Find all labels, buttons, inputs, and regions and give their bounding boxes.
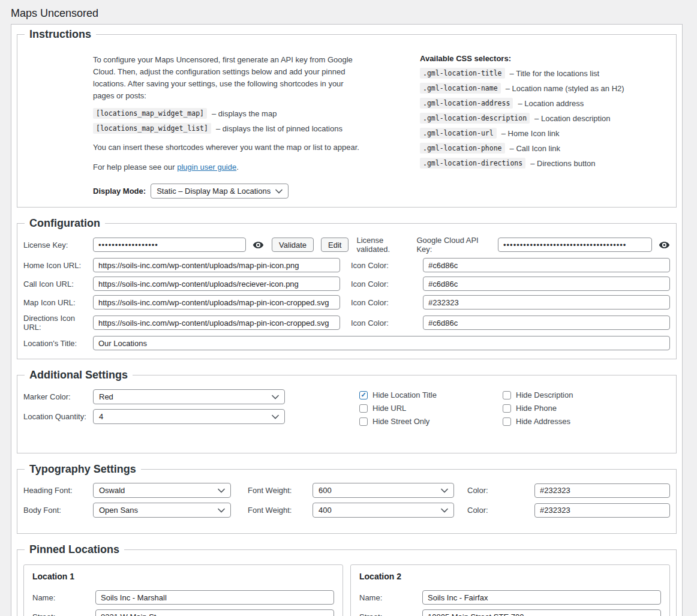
chevron-down-icon [218,488,225,493]
hide-phone-checkbox[interactable]: Hide Phone [503,404,573,413]
home-icon-url-label: Home Icon URL: [23,261,93,270]
help-prefix: For help please see our [93,163,177,172]
icon-color-label: Icon Color: [351,298,423,307]
checkbox-label: Hide Location Title [372,390,437,399]
validate-button[interactable]: Validate [272,238,314,252]
location-2-street-input[interactable] [422,609,661,616]
call-icon-url-label: Call Icon URL: [23,280,93,289]
street-label: Street: [359,612,422,616]
name-label: Name: [32,593,95,602]
eye-icon[interactable] [253,241,264,249]
shortcode-list-code: [locations_map_widget_list] [93,123,211,134]
hide-description-checkbox[interactable]: Hide Description [503,390,573,399]
body-font-weight-value: 400 [319,506,332,515]
map-icon-color-input[interactable] [423,295,670,309]
heading-color-label: Color: [467,486,534,495]
location-1-street-input[interactable] [95,609,334,616]
checkbox-label: Hide Description [516,390,573,399]
css-selector-code: .gml-location-description [420,113,530,124]
additional-settings-section: Additional Settings Marker Color: Red Lo… [17,368,677,453]
display-mode-select[interactable]: Static – Display Map & Locations [151,184,289,199]
heading-font-weight-value: 600 [319,486,332,495]
license-status: License validated. [356,236,416,254]
css-selector-code: .gml-location-name [420,83,501,94]
css-selector-desc: – Location description [534,114,610,123]
call-icon-color-input[interactable] [423,277,670,291]
icon-color-label: Icon Color: [351,318,423,327]
api-key-input[interactable] [498,238,652,252]
checkbox-box[interactable] [359,391,368,399]
call-icon-url-input[interactable] [93,277,340,291]
eye-icon[interactable] [659,241,670,249]
body-font-select[interactable]: Open Sans [93,503,231,518]
checkbox-box[interactable] [359,404,368,413]
font-weight-label: Font Weight: [248,486,313,495]
css-selector-line: .gml-location-description– Location desc… [420,113,670,124]
display-mode-label: Display Mode: [93,187,146,196]
edit-button[interactable]: Edit [321,238,348,252]
shortcode-insert-note: You can insert these shortcodes wherever… [93,142,364,153]
location-1-card: Location 1 Name: Street: City: State: Zi… [23,564,343,616]
directions-icon-url-input[interactable] [93,315,340,330]
chevron-down-icon [218,508,225,513]
css-selector-code: .gml-location-title [420,68,505,79]
body-color-input[interactable] [534,503,670,518]
body-font-weight-select[interactable]: 400 [313,503,454,518]
css-selector-desc: – Title for the locations list [510,69,600,78]
help-suffix: . [236,163,239,172]
locations-title-input[interactable] [93,336,670,350]
checkbox-box[interactable] [359,417,368,426]
license-key-label: License Key: [23,241,93,250]
body-color-label: Color: [467,506,534,515]
font-weight-label: Font Weight: [248,506,313,515]
heading-font-weight-select[interactable]: 600 [313,483,454,498]
heading-font-value: Oswald [99,486,125,495]
street-label: Street: [32,612,95,616]
display-mode-value: Static – Display Map & Locations [157,187,271,196]
additional-settings-legend: Additional Settings [25,368,133,381]
checkbox-box[interactable] [503,404,511,413]
body-font-value: Open Sans [99,506,138,515]
instructions-section: Instructions To configure your Maps Unce… [17,28,677,208]
hide-url-checkbox[interactable]: Hide URL [359,404,503,413]
css-selector-line: .gml-location-phone– Call Icon link [420,143,670,154]
location-quantity-select[interactable]: 4 [93,409,285,424]
directions-icon-url-label: Directions Icon URL: [23,314,93,332]
map-icon-url-input[interactable] [93,295,340,309]
hide-addresses-checkbox[interactable]: Hide Addresses [503,417,573,426]
icon-color-label: Icon Color: [351,261,423,270]
directions-icon-color-input[interactable] [423,315,670,330]
help-line: For help please see our plugin user guid… [93,162,364,173]
location-1-name-input[interactable] [95,590,334,605]
license-key-input[interactable] [93,238,246,252]
checkbox-box[interactable] [503,417,511,426]
hide-street-only-checkbox[interactable]: Hide Street Only [359,417,503,426]
locations-title-label: Location's Title: [23,339,93,348]
css-selector-desc: – Location name (styled as an H2) [506,84,624,93]
home-icon-color-input[interactable] [423,258,670,272]
plugin-user-guide-link[interactable]: plugin user guide [177,163,236,172]
heading-font-label: Heading Font: [23,486,93,495]
chevron-down-icon [441,508,448,513]
hide-location-title-checkbox[interactable]: Hide Location Title [359,390,503,399]
css-selector-desc: – Location address [518,99,584,108]
home-icon-url-input[interactable] [93,258,340,272]
heading-color-input[interactable] [534,483,670,498]
location-2-name-input[interactable] [422,590,661,605]
marker-color-label: Marker Color: [23,392,93,401]
css-selector-code: .gml-location-directions [420,158,525,169]
chevron-down-icon [441,488,448,493]
css-selector-line: .gml-location-address– Location address [420,98,670,109]
instructions-intro: To configure your Maps Uncensored, first… [93,54,364,102]
heading-font-select[interactable]: Oswald [93,483,231,498]
checkbox-box[interactable] [503,391,511,399]
css-selector-code: .gml-location-address [420,98,513,109]
shortcode-map-line: [locations_map_widget_map] – displays th… [93,108,364,119]
css-selector-code: .gml-location-url [420,128,497,139]
location-quantity-label: Location Quantity: [23,412,93,421]
css-selectors-title: Available CSS selectors: [420,54,670,63]
chevron-down-icon [272,414,279,419]
checkbox-label: Hide Phone [516,404,557,413]
css-selector-line: .gml-location-directions– Directions but… [420,158,670,169]
marker-color-select[interactable]: Red [93,389,285,404]
